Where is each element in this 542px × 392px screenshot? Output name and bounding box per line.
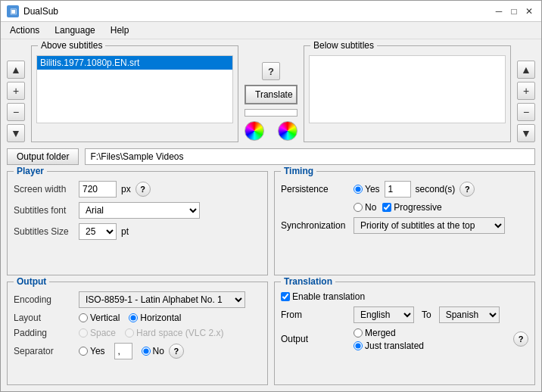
above-up-button[interactable]: ▲ bbox=[7, 61, 25, 79]
persistence-no-radio[interactable] bbox=[354, 203, 363, 212]
progress-bar bbox=[245, 109, 297, 117]
subtitles-font-select[interactable]: Arial bbox=[79, 202, 200, 219]
enable-translation-option[interactable]: Enable translation bbox=[281, 291, 365, 302]
output-folder-path[interactable] bbox=[85, 148, 535, 165]
layout-horizontal-option[interactable]: Horizontal bbox=[129, 313, 181, 323]
persistence-no-option[interactable]: No bbox=[354, 202, 376, 213]
color-picker-1[interactable] bbox=[245, 121, 264, 141]
layout-radio-group: Vertical Horizontal bbox=[79, 313, 181, 323]
separator-yes-option[interactable]: Yes bbox=[79, 346, 105, 356]
below-add-button[interactable]: + bbox=[517, 82, 535, 100]
separator-no-option[interactable]: No bbox=[142, 346, 164, 356]
below-subtitles-list[interactable] bbox=[309, 55, 506, 123]
merged-option[interactable]: Merged bbox=[354, 328, 424, 338]
main-window: ▣ DualSub ─ □ ✕ Actions Language Help ▲ … bbox=[0, 0, 542, 392]
translation-output-radio-group: Merged Just translated bbox=[354, 328, 424, 351]
above-subtitle-item[interactable]: Bilitis.1977.1080p.EN.srt bbox=[37, 56, 232, 70]
translation-help-button[interactable]: ? bbox=[513, 331, 528, 347]
menu-language[interactable]: Language bbox=[48, 23, 101, 37]
just-translated-option[interactable]: Just translated bbox=[354, 341, 424, 351]
screen-width-unit: px bbox=[121, 184, 131, 194]
translation-to-select[interactable]: Spanish English French German bbox=[439, 306, 500, 323]
layout-vertical-radio[interactable] bbox=[79, 313, 88, 322]
title-bar: ▣ DualSub ─ □ ✕ bbox=[1, 1, 541, 22]
synchronization-select[interactable]: Priority of subtitles at the top bbox=[354, 217, 505, 234]
below-down-button[interactable]: ▼ bbox=[517, 124, 535, 142]
padding-hard-space-option[interactable]: Hard space (VLC 2.x) bbox=[125, 328, 223, 338]
title-controls: ─ □ ✕ bbox=[493, 5, 535, 17]
top-section: ▲ + − ▼ Above subtitles Bilitis.1977.108… bbox=[7, 45, 535, 142]
translation-output-label: Output bbox=[281, 334, 349, 344]
enable-translation-row: Enable translation bbox=[281, 291, 528, 302]
separator-radio-group: Yes No bbox=[79, 343, 164, 359]
translation-panel: Translation Enable translation From Engl… bbox=[274, 282, 535, 386]
translation-from-select[interactable]: English Spanish French German bbox=[354, 306, 414, 323]
persistence-no-label: No bbox=[365, 202, 376, 213]
separator-yes-label: Yes bbox=[90, 346, 105, 356]
menu-actions[interactable]: Actions bbox=[4, 23, 45, 37]
right-side-buttons: ▲ + − ▼ bbox=[517, 45, 535, 142]
persistence-yes-option[interactable]: Yes bbox=[354, 184, 380, 194]
translate-button[interactable]: Translate bbox=[245, 85, 297, 104]
translation-to-label: To bbox=[422, 310, 431, 320]
layout-horizontal-radio[interactable] bbox=[129, 313, 138, 322]
layout-horizontal-label: Horizontal bbox=[140, 313, 181, 323]
translation-from-row: From English Spanish French German To Sp… bbox=[281, 306, 528, 323]
separator-value-input[interactable] bbox=[114, 343, 132, 359]
output-panel: Output Encoding ISO-8859-1 - Latin Alpha… bbox=[7, 282, 268, 386]
persistence-no-controls: No Progressive bbox=[354, 202, 442, 213]
left-panels: Player Screen width px ? Subtitles font … bbox=[7, 171, 268, 385]
padding-label: Padding bbox=[14, 328, 74, 338]
progressive-label: Progressive bbox=[394, 202, 441, 213]
separator-yes-radio[interactable] bbox=[79, 347, 88, 356]
just-translated-label: Just translated bbox=[365, 341, 424, 351]
below-remove-button[interactable]: − bbox=[517, 103, 535, 121]
app-icon: ▣ bbox=[7, 5, 19, 17]
timing-help-button[interactable]: ? bbox=[459, 182, 475, 197]
screen-width-input[interactable] bbox=[79, 181, 117, 198]
padding-space-radio[interactable] bbox=[79, 328, 88, 338]
merged-radio[interactable] bbox=[354, 328, 363, 338]
timing-panel-label: Timing bbox=[281, 166, 316, 176]
persistence-seconds-input[interactable] bbox=[385, 181, 411, 198]
output-help-button[interactable]: ? bbox=[169, 344, 184, 359]
encoding-select[interactable]: ISO-8859-1 - Latin Alphabet No. 1 bbox=[79, 291, 245, 308]
translation-panel-label: Translation bbox=[281, 276, 335, 287]
layout-vertical-option[interactable]: Vertical bbox=[79, 313, 120, 323]
above-remove-button[interactable]: − bbox=[7, 103, 25, 121]
player-help-button[interactable]: ? bbox=[136, 182, 151, 197]
layout-label: Layout bbox=[14, 313, 74, 323]
padding-space-option[interactable]: Space bbox=[79, 328, 116, 338]
timing-panel: Timing Persistence Yes second(s) bbox=[274, 171, 535, 275]
progressive-checkbox[interactable] bbox=[382, 203, 391, 212]
above-down-button[interactable]: ▼ bbox=[7, 124, 25, 142]
separator-row: Separator Yes No bbox=[14, 343, 261, 359]
persistence-label: Persistence bbox=[281, 184, 349, 194]
persistence-yes-radio[interactable] bbox=[354, 185, 363, 194]
color-buttons-row bbox=[245, 121, 297, 141]
output-folder-button[interactable]: Output folder bbox=[7, 148, 79, 165]
player-content: Screen width px ? Subtitles font Arial bbox=[14, 181, 261, 240]
below-subtitles-group: Below subtitles bbox=[304, 45, 511, 142]
separator-no-radio[interactable] bbox=[142, 347, 151, 356]
encoding-label: Encoding bbox=[14, 294, 74, 305]
padding-hard-space-radio[interactable] bbox=[125, 328, 134, 338]
above-subtitles-list[interactable]: Bilitis.1977.1080p.EN.srt bbox=[36, 55, 233, 123]
translate-help-button[interactable]: ? bbox=[262, 62, 280, 80]
maximize-button[interactable]: □ bbox=[508, 5, 520, 17]
menu-bar: Actions Language Help bbox=[1, 22, 541, 39]
progressive-option[interactable]: Progressive bbox=[382, 202, 441, 213]
window-title: DualSub bbox=[23, 6, 58, 17]
subtitles-size-select[interactable]: 25 bbox=[79, 223, 117, 240]
padding-hard-space-label: Hard space (VLC 2.x) bbox=[136, 328, 223, 338]
just-translated-radio[interactable] bbox=[354, 341, 363, 350]
menu-help[interactable]: Help bbox=[104, 23, 136, 37]
below-up-button[interactable]: ▲ bbox=[517, 61, 535, 79]
enable-translation-checkbox[interactable] bbox=[281, 292, 290, 301]
translation-from-label: From bbox=[281, 310, 349, 320]
close-button[interactable]: ✕ bbox=[523, 5, 535, 17]
above-add-button[interactable]: + bbox=[7, 82, 25, 100]
panels-row: Player Screen width px ? Subtitles font … bbox=[7, 171, 535, 385]
color-picker-2[interactable] bbox=[278, 121, 297, 141]
minimize-button[interactable]: ─ bbox=[493, 5, 505, 17]
